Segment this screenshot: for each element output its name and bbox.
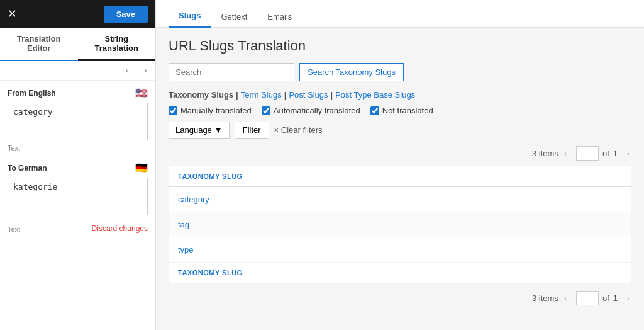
action-row: Language ▼ Filter × Clear filters [169,122,631,139]
from-flag: 🇺🇸 [135,87,148,99]
manually-translated-checkbox[interactable] [169,106,177,115]
not-translated-checkbox-item: Not translated [370,106,433,115]
post-slugs-link[interactable]: Post Slugs [289,90,328,100]
filter-button[interactable]: Filter [235,122,269,139]
search-taxonomy-button[interactable]: Search Taxonomy Slugs [299,63,404,81]
manually-translated-label: Manually translated [180,106,252,115]
top-pagination: 3 items ← 1 of 1 → [169,146,631,161]
from-type-label: Text [8,144,148,152]
taxonomy-slugs-label: Taxonomy Slugs [169,90,233,100]
items-count: 3 items [532,149,558,158]
total-pages: 1 [613,149,618,158]
chevron-down-icon: ▼ [214,125,223,135]
checkbox-row: Manually translated Automatically transl… [169,106,631,115]
to-input[interactable]: kategorie [8,178,148,215]
main-body: URL Slugs Translation Search Taxonomy Sl… [156,28,644,330]
sidebar-nav: ← → [0,61,155,81]
sidebar: ✕ Save Translation Editor String Transla… [0,0,156,330]
prev-page-arrow[interactable]: ← [562,148,572,159]
tab-gettext[interactable]: Gettext [211,6,257,28]
main-tabs: Slugs Gettext Emails [156,0,644,28]
total-pages-bottom: 1 [613,293,618,303]
from-section: From English 🇺🇸 category Text [0,81,155,156]
save-button[interactable]: Save [104,6,148,23]
language-button[interactable]: Language ▼ [169,122,230,139]
items-count-bottom: 3 items [532,293,558,303]
not-translated-label: Not translated [382,106,433,115]
discard-row: Text Discard changes [0,221,155,236]
close-icon[interactable]: ✕ [8,8,17,20]
language-button-label: Language [175,125,212,135]
to-type-label: Text [8,225,20,233]
discard-changes-link[interactable]: Discard changes [92,224,148,233]
search-input[interactable] [169,63,294,81]
from-input[interactable]: category [8,103,148,140]
current-page-input[interactable]: 1 [576,146,599,161]
search-row: Search Taxonomy Slugs [169,63,631,81]
table-row[interactable]: type [169,237,631,263]
tab-emails[interactable]: Emails [257,6,302,28]
to-flag: 🇩🇪 [135,162,148,174]
filter-links: Taxonomy Slugs | Term Slugs | Post Slugs… [169,90,631,100]
bottom-pagination: 3 items ← 1 of 1 → [169,291,631,305]
clear-filters-link[interactable]: × Clear filters [274,125,323,135]
sidebar-tabs: Translation Editor String Translation [0,28,155,61]
to-label: To German 🇩🇪 [8,162,148,174]
nav-forward-arrow[interactable]: → [139,65,149,76]
main-content: Slugs Gettext Emails URL Slugs Translati… [156,0,644,330]
page-title: URL Slugs Translation [169,38,631,54]
nav-back-arrow[interactable]: ← [124,65,134,76]
table-row[interactable]: category [169,187,631,212]
prev-page-arrow-bottom[interactable]: ← [562,293,572,304]
tab-translation-editor[interactable]: Translation Editor [0,28,78,60]
post-type-base-slugs-link[interactable]: Post Type Base Slugs [335,90,415,100]
slugs-table: TAXONOMY SLUG category tag type TAXONOMY… [169,166,631,283]
manually-translated-checkbox-item: Manually translated [169,106,252,115]
of-label-bottom: of [602,293,609,303]
next-page-arrow[interactable]: → [621,148,631,159]
table-column-header: TAXONOMY SLUG [169,166,631,187]
tab-slugs[interactable]: Slugs [169,4,211,28]
table-footer-header: TAXONOMY SLUG [169,263,631,283]
not-translated-checkbox[interactable] [370,106,379,115]
auto-translated-checkbox[interactable] [262,106,270,115]
current-page-input-bottom[interactable]: 1 [576,291,599,305]
term-slugs-link[interactable]: Term Slugs [241,90,282,100]
next-page-arrow-bottom[interactable]: → [621,293,631,304]
sidebar-header: ✕ Save [0,0,155,28]
auto-translated-checkbox-item: Automatically translated [262,106,360,115]
table-row[interactable]: tag [169,212,631,237]
from-label: From English 🇺🇸 [8,87,148,99]
auto-translated-label: Automatically translated [274,106,360,115]
to-section: To German 🇩🇪 kategorie [0,156,155,221]
of-label: of [602,149,609,158]
tab-string-translation[interactable]: String Translation [78,28,156,61]
